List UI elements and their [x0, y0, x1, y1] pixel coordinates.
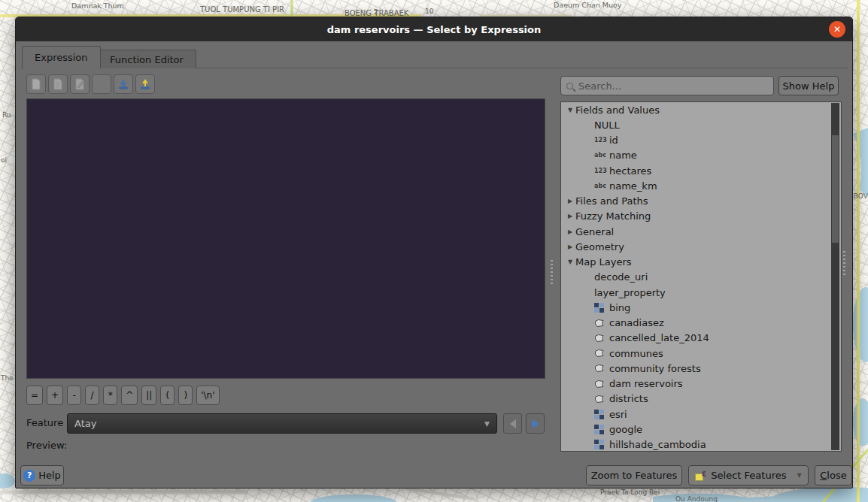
tree-label: districts: [609, 393, 648, 404]
close-icon[interactable]: ✕: [829, 21, 845, 38]
tree-item-name[interactable]: abcname: [561, 148, 841, 163]
tree-label: cancelled_late_2014: [609, 332, 709, 343]
raster-layer-icon: [594, 440, 609, 449]
show-help-button[interactable]: Show Help: [778, 76, 839, 95]
tree-item-bing[interactable]: bing: [561, 300, 841, 315]
operator-button--[interactable]: ): [178, 386, 193, 405]
tree-group-fields-and-values[interactable]: ▼Fields and Values: [561, 102, 841, 117]
document-list-icon[interactable]: [48, 74, 68, 94]
tree-item-null[interactable]: NULL: [561, 117, 841, 132]
tree-label: Geometry: [575, 241, 624, 253]
expand-icon[interactable]: ▶: [568, 228, 575, 235]
expression-editor[interactable]: [26, 98, 545, 379]
polygon-layer-icon: [594, 318, 609, 328]
tree-label: NULL: [594, 119, 620, 131]
tree-item-hectares[interactable]: 123hectares: [561, 163, 841, 178]
tree-label: Files and Paths: [575, 195, 648, 207]
tab-function-editor[interactable]: Function Editor: [97, 50, 196, 68]
tree-scrollbar-thumb[interactable]: [832, 135, 839, 243]
chevron-down-icon: ▼: [484, 420, 490, 428]
expand-icon[interactable]: ▶: [568, 213, 575, 219]
help-button[interactable]: ? Help: [20, 465, 64, 485]
tree-item-community-forests[interactable]: community forests: [561, 361, 841, 376]
tree-label: bing: [609, 302, 630, 313]
string-field-icon: abc: [594, 183, 609, 189]
zoom-to-features-label: Zoom to Features: [591, 470, 678, 481]
next-feature-button[interactable]: [526, 413, 545, 434]
select-by-expression-dialog: dam reservoirs — Select by Expression ✕ …: [15, 17, 853, 488]
tree-item-communes[interactable]: communes: [561, 346, 841, 361]
tree-item-districts[interactable]: districts: [561, 392, 841, 407]
operator-row: =+-/*^||()'\n': [26, 386, 220, 405]
tree-group-map-layers[interactable]: ▼Map Layers: [561, 255, 841, 270]
tree-item-hillshade-cambodia[interactable]: hillshade_cambodia: [561, 437, 841, 452]
tree-group-files-and-paths[interactable]: ▶Files and Paths: [561, 194, 841, 209]
arrow-left-icon: [510, 419, 516, 428]
numeric-field-icon: 123: [594, 168, 609, 174]
select-features-icon: ε: [695, 470, 706, 481]
select-features-button[interactable]: ε Select Features ▼: [688, 465, 809, 485]
tree-item-google[interactable]: google: [561, 422, 841, 437]
tree-label: Fuzzy Matching: [575, 210, 651, 222]
select-features-dropdown-icon[interactable]: ▼: [797, 472, 801, 479]
tree-group-geometry[interactable]: ▶Geometry: [561, 239, 841, 254]
tree-label: Map Layers: [575, 256, 632, 268]
collapse-icon[interactable]: ▼: [568, 107, 575, 113]
tree-label: google: [609, 424, 642, 435]
tree-item-layer-property[interactable]: layer_property: [561, 285, 841, 300]
tree-label: hectares: [609, 165, 651, 177]
operator-button--[interactable]: (: [160, 386, 175, 405]
expand-icon[interactable]: ▶: [568, 198, 575, 204]
tab-expression-label: Expression: [35, 52, 88, 63]
feature-combo-value: Atay: [74, 418, 484, 429]
tree-group-general[interactable]: ▶General: [561, 224, 841, 239]
tree-item-name-km[interactable]: abcname_km: [561, 178, 841, 193]
operator-button--[interactable]: ^: [121, 386, 138, 405]
tree-item-canadiasez[interactable]: canadiasez: [561, 316, 841, 331]
tree-label: name: [609, 150, 637, 161]
operator-button--[interactable]: ||: [141, 386, 156, 405]
expand-icon[interactable]: ▶: [568, 243, 575, 250]
help-splitter-handle[interactable]: [843, 251, 845, 275]
polygon-layer-icon: [594, 333, 609, 343]
search-input[interactable]: [578, 80, 768, 92]
document-edit-icon[interactable]: [70, 74, 90, 94]
empty-toolbar-button[interactable]: [92, 74, 111, 94]
polygon-layer-icon: [594, 379, 609, 389]
tree-group-fuzzy-matching[interactable]: ▶Fuzzy Matching: [561, 209, 841, 224]
function-tree: ▼Fields and ValuesNULL123idabcname123hec…: [560, 101, 842, 452]
tree-label: Fields and Values: [575, 104, 660, 116]
operator-button--[interactable]: /: [85, 386, 99, 405]
help-icon: ?: [23, 470, 35, 482]
tree-item-cancelled-late-2014[interactable]: cancelled_late_2014: [561, 331, 841, 346]
tree-item-esri[interactable]: esri: [561, 407, 841, 422]
operator-button--[interactable]: -: [67, 386, 81, 405]
operator-button--n-[interactable]: '\n': [196, 386, 219, 405]
document-icon[interactable]: [26, 74, 46, 94]
close-button[interactable]: Close: [815, 465, 852, 485]
panel-splitter-handle[interactable]: [551, 260, 553, 284]
tree-scrollbar[interactable]: [831, 103, 839, 450]
zoom-to-features-button[interactable]: Zoom to Features: [586, 465, 682, 485]
tree-label: layer_property: [594, 287, 666, 298]
polygon-layer-icon: [594, 348, 609, 358]
collapse-icon[interactable]: ▼: [568, 259, 575, 265]
tree-item-decode-uri[interactable]: decode_uri: [561, 270, 841, 285]
tab-expression[interactable]: Expression: [22, 46, 101, 68]
tree-item-id[interactable]: 123id: [561, 133, 841, 148]
dialog-titlebar: dam reservoirs — Select by Expression ✕: [16, 17, 852, 41]
tree-item-dam-reservoirs[interactable]: dam reservoirs: [561, 376, 841, 392]
operator-button--[interactable]: *: [103, 386, 117, 405]
operator-button--[interactable]: =: [26, 386, 43, 405]
previous-feature-button[interactable]: [503, 413, 522, 434]
tree-label: canadiasez: [609, 317, 664, 328]
arrow-right-icon: [533, 419, 539, 428]
operator-button--[interactable]: +: [47, 386, 63, 405]
export-expressions-icon[interactable]: [135, 74, 155, 94]
raster-layer-icon: [594, 303, 609, 313]
help-label: Help: [38, 470, 61, 481]
dialog-title: dam reservoirs — Select by Expression: [327, 24, 542, 35]
tab-bar: Expression Function Editor: [20, 46, 848, 68]
feature-combo[interactable]: Atay ▼: [67, 413, 497, 434]
import-expressions-icon[interactable]: [114, 74, 133, 94]
